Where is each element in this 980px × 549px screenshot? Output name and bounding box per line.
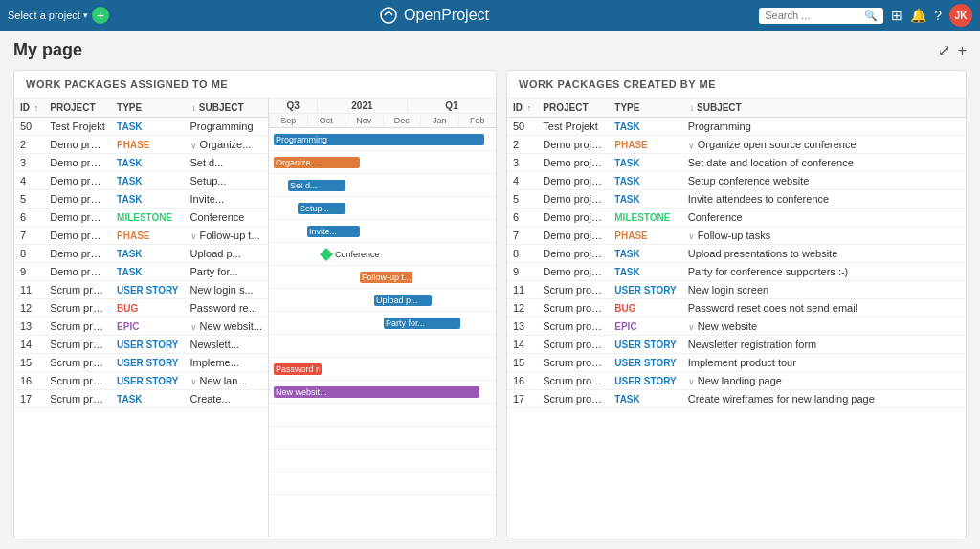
page-header: My page ⤢ + [13, 40, 967, 60]
cell-project: Demo project [537, 245, 609, 263]
left-panel-content: ID ↑ PROJECT TYPE ↓ SUBJECT 50 Test Proj… [14, 99, 496, 538]
left-table-row[interactable]: 6 Demo project MILESTONE Conference [14, 209, 268, 227]
right-wp-table: ID ↑ PROJECT TYPE ↓ SUBJECT 50 Test Proj… [507, 99, 966, 408]
col-header-project: PROJECT [44, 99, 111, 118]
cell-type: MILESTONE [609, 209, 681, 227]
gantt-row: Conference [269, 243, 496, 266]
right-table-row[interactable]: 11 Scrum project USER STORY New login sc… [507, 281, 966, 299]
gantt-label: Conference [335, 250, 380, 259]
cell-type: EPIC [609, 318, 681, 336]
gantt-month-feb: Feb [458, 114, 497, 127]
cell-subject: Newslett... [185, 336, 268, 354]
gantt-bar-label: Upload p... [376, 296, 418, 305]
gantt-month-dec: Dec [383, 114, 421, 127]
cell-id: 12 [507, 299, 537, 318]
cell-type: BUG [111, 299, 184, 318]
left-table-row[interactable]: 9 Demo project TASK Party for... [14, 263, 268, 281]
cell-project: Demo project [44, 154, 111, 172]
cell-id: 11 [507, 281, 537, 299]
cell-subject: Create wireframes for new landing page [682, 390, 966, 408]
gantt-row: Upload p... [269, 289, 496, 312]
right-table-row[interactable]: 9 Demo project TASK Party for conference… [507, 263, 966, 281]
cell-project: Scrum project [537, 372, 609, 390]
cell-subject: Invite attendees to conference [682, 190, 966, 209]
left-table-row[interactable]: 14 Scrum project USER STORY Newslett... [14, 336, 268, 354]
brand-logo: OpenProject [379, 6, 489, 25]
right-table-row[interactable]: 13 Scrum project EPIC ∨ New website [507, 318, 966, 336]
gantt-month-jan: Jan [420, 114, 458, 127]
right-table-row[interactable]: 8 Demo project TASK Upload presentations… [507, 245, 966, 263]
cell-type: USER STORY [111, 372, 184, 390]
cell-id: 7 [507, 227, 537, 245]
cell-project: Demo project [537, 136, 609, 154]
cell-type: USER STORY [609, 372, 681, 390]
left-panel-header: WORK PACKAGES ASSIGNED TO ME [14, 71, 496, 99]
right-table-row[interactable]: 14 Scrum project USER STORY Newsletter r… [507, 336, 966, 354]
cell-subject: Set date and location of conference [682, 154, 966, 172]
cell-project: Demo project [44, 136, 111, 154]
right-table-row[interactable]: 17 Scrum project TASK Create wireframes … [507, 390, 966, 408]
left-wp-table: ID ↑ PROJECT TYPE ↓ SUBJECT 50 Test Proj… [14, 99, 268, 408]
cell-type: TASK [609, 245, 681, 263]
right-table-row[interactable]: 50 Test Projekt TASK Programming [507, 118, 966, 136]
add-project-button[interactable]: + [92, 7, 109, 24]
svg-point-0 [381, 8, 396, 23]
left-table-row[interactable]: 8 Demo project TASK Upload p... [14, 245, 268, 263]
left-table-row[interactable]: 11 Scrum project USER STORY New login s.… [14, 281, 268, 299]
gantt-row: Organize... [269, 151, 496, 174]
add-widget-button[interactable]: + [958, 41, 967, 59]
left-table-row[interactable]: 3 Demo project TASK Set d... [14, 154, 268, 172]
right-table-row[interactable]: 2 Demo project PHASE ∨ Organize open sou… [507, 136, 966, 154]
right-table-row[interactable]: 6 Demo project MILESTONE Conference [507, 209, 966, 227]
cell-subject: Set d... [185, 154, 268, 172]
gantt-row [269, 450, 496, 472]
left-table-row[interactable]: 12 Scrum project BUG Password re... [14, 299, 268, 318]
right-col-header-project: PROJECT [537, 99, 609, 118]
select-project-dropdown[interactable]: Select a project ▾ [8, 10, 88, 21]
left-table-row[interactable]: 50 Test Projekt TASK Programming [14, 118, 268, 136]
cell-type: MILESTONE [111, 209, 184, 227]
expand-button[interactable]: ⤢ [938, 41, 950, 59]
left-table-row[interactable]: 5 Demo project TASK Invite... [14, 190, 268, 209]
right-table-row[interactable]: 12 Scrum project BUG Password reset does… [507, 299, 966, 318]
cell-id: 3 [507, 154, 537, 172]
cell-subject: ∨ Follow-up t... [185, 227, 268, 245]
cell-subject: ∨ Organize... [185, 136, 268, 154]
left-table-row[interactable]: 2 Demo project PHASE ∨ Organize... [14, 136, 268, 154]
right-table-row[interactable]: 15 Scrum project USER STORY Implement pr… [507, 354, 966, 372]
grid-icon[interactable]: ⊞ [891, 8, 902, 23]
gantt-row [269, 472, 496, 495]
search-box[interactable]: 🔍 [759, 8, 883, 24]
cell-type: TASK [609, 154, 681, 172]
cell-id: 13 [507, 318, 537, 336]
right-table-row[interactable]: 7 Demo project PHASE ∨ Follow-up tasks [507, 227, 966, 245]
gantt-row [269, 335, 496, 358]
left-table-row[interactable]: 13 Scrum project EPIC ∨ New websit... [14, 318, 268, 336]
cell-project: Demo project [537, 154, 609, 172]
right-table-row[interactable]: 4 Demo project TASK Setup conference web… [507, 172, 966, 190]
gantt-month-sep: Sep [269, 114, 307, 127]
right-table-row[interactable]: 3 Demo project TASK Set date and locatio… [507, 154, 966, 172]
left-table-row[interactable]: 15 Scrum project USER STORY Impleme... [14, 354, 268, 372]
cell-project: Scrum project [44, 281, 111, 299]
cell-project: Demo project [44, 245, 111, 263]
left-table-row[interactable]: 17 Scrum project TASK Create... [14, 390, 268, 408]
search-input[interactable] [765, 10, 860, 21]
left-table-row[interactable]: 16 Scrum project USER STORY ∨ New lan... [14, 372, 268, 390]
left-table-row[interactable]: 4 Demo project TASK Setup... [14, 172, 268, 190]
right-table-section: ID ↑ PROJECT TYPE ↓ SUBJECT 50 Test Proj… [507, 99, 966, 538]
right-table-row[interactable]: 16 Scrum project USER STORY ∨ New landin… [507, 372, 966, 390]
avatar[interactable]: JK [949, 4, 972, 27]
cell-subject: Implement product tour [682, 354, 966, 372]
cell-project: Scrum project [44, 336, 111, 354]
cell-subject: Upload p... [185, 245, 268, 263]
left-table-row[interactable]: 7 Demo project PHASE ∨ Follow-up t... [14, 227, 268, 245]
right-table-row[interactable]: 5 Demo project TASK Invite attendees to … [507, 190, 966, 209]
cell-id: 12 [14, 299, 44, 318]
cell-subject: Setup conference website [682, 172, 966, 190]
bell-icon[interactable]: 🔔 [910, 8, 926, 23]
help-icon[interactable]: ? [934, 8, 942, 23]
right-col-header-type: TYPE [609, 99, 681, 118]
select-project-chevron: ▾ [83, 11, 88, 20]
cell-project: Scrum project [44, 390, 111, 408]
